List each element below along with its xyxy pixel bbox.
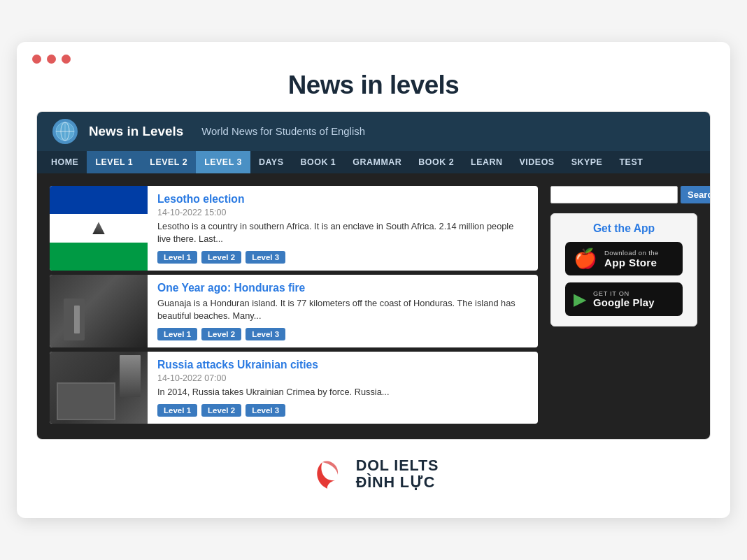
browser-window: News in Levels World News for Students o… bbox=[36, 111, 711, 440]
lesotho-level3-badge[interactable]: Level 3 bbox=[246, 251, 285, 264]
news-content-honduras: One Year ago: Honduras fire Guanaja is a… bbox=[148, 275, 538, 347]
nav-videos[interactable]: VIDEOS bbox=[511, 151, 563, 173]
nav-home[interactable]: HOME bbox=[43, 151, 87, 173]
news-date-lesotho: 14-10-2022 15:00 bbox=[157, 208, 528, 217]
dol-ielts-icon bbox=[308, 455, 346, 493]
news-sidebar: Search Get the App 🍎 Download on the App… bbox=[550, 186, 697, 426]
news-content-russia: Russia attacks Ukrainian cities 14-10-20… bbox=[148, 352, 538, 424]
honduras-level1-badge[interactable]: Level 1 bbox=[157, 328, 197, 340]
lesotho-level2-badge[interactable]: Level 2 bbox=[201, 251, 241, 264]
level-badges-russia: Level 1 Level 2 Level 3 bbox=[157, 404, 528, 417]
site-logo-icon bbox=[52, 119, 78, 144]
nav-skype[interactable]: SKYPE bbox=[563, 151, 611, 173]
app-store-button[interactable]: 🍎 Download on the App Store bbox=[565, 242, 683, 275]
app-store-small-label: Download on the bbox=[604, 249, 659, 257]
footer-logo: DOL IELTS ĐÌNH LỰC bbox=[17, 440, 730, 497]
site-body: Lesotho election 14-10-2022 15:00 Lesoth… bbox=[37, 173, 710, 439]
page-title: News in levels bbox=[17, 71, 730, 100]
get-app-title: Get the App bbox=[593, 222, 655, 235]
news-date-russia: 14-10-2022 07:00 bbox=[157, 373, 528, 383]
traffic-dot-3 bbox=[62, 55, 71, 64]
nav-grammar[interactable]: GRAMMAR bbox=[344, 151, 410, 173]
russia-level1-badge[interactable]: Level 1 bbox=[157, 404, 197, 417]
search-button[interactable]: Search bbox=[681, 186, 711, 203]
nav-book1[interactable]: BOOK 1 bbox=[292, 151, 344, 173]
nav-level3[interactable]: LEVEL 3 bbox=[196, 151, 250, 173]
google-play-small-label: GET IT ON bbox=[593, 290, 655, 297]
news-card-russia: Russia attacks Ukrainian cities 14-10-20… bbox=[50, 352, 538, 424]
news-excerpt-russia: In 2014, Russia takes Ukrainian Crimea b… bbox=[157, 386, 528, 399]
site-header: News in Levels World News for Students o… bbox=[37, 112, 710, 151]
lesotho-level1-badge[interactable]: Level 1 bbox=[157, 251, 197, 264]
outer-frame: News in levels News in Levels World News… bbox=[17, 42, 730, 518]
apple-icon: 🍎 bbox=[574, 247, 597, 270]
app-download-box: Get the App 🍎 Download on the App Store … bbox=[550, 213, 697, 326]
google-play-button[interactable]: ▶ GET IT ON Google Play bbox=[565, 282, 683, 316]
news-thumb-lesotho bbox=[50, 186, 148, 271]
app-store-text: Download on the App Store bbox=[604, 249, 659, 268]
site-tagline: World News for Students of English bbox=[201, 126, 365, 137]
news-title-lesotho[interactable]: Lesotho election bbox=[157, 193, 528, 206]
nav-test[interactable]: TEST bbox=[611, 151, 651, 173]
news-title-russia[interactable]: Russia attacks Ukrainian cities bbox=[157, 359, 528, 371]
nav-days[interactable]: DAYS bbox=[250, 151, 292, 173]
google-play-icon: ▶ bbox=[574, 289, 586, 309]
search-box: Search bbox=[550, 186, 697, 203]
honduras-level2-badge[interactable]: Level 2 bbox=[201, 328, 241, 340]
traffic-lights bbox=[17, 42, 730, 71]
traffic-dot-1 bbox=[32, 55, 41, 64]
dol-text: DOL IELTS ĐÌNH LỰC bbox=[356, 457, 439, 491]
news-excerpt-lesotho: Lesotho is a country in southern Africa.… bbox=[157, 220, 528, 245]
news-thumb-russia bbox=[50, 352, 148, 424]
brand-line2: ĐÌNH LỰC bbox=[356, 474, 439, 491]
news-title-honduras[interactable]: One Year ago: Honduras fire bbox=[157, 282, 528, 294]
news-list: Lesotho election 14-10-2022 15:00 Lesoth… bbox=[50, 186, 538, 426]
nav-level1[interactable]: LEVEL 1 bbox=[87, 151, 141, 173]
google-play-big-label: Google Play bbox=[593, 297, 655, 308]
russia-level2-badge[interactable]: Level 2 bbox=[201, 404, 241, 417]
traffic-dot-2 bbox=[47, 55, 56, 64]
news-thumb-honduras bbox=[50, 275, 148, 347]
google-play-text: GET IT ON Google Play bbox=[593, 290, 655, 308]
search-input[interactable] bbox=[550, 186, 678, 203]
site-logo-text: News in Levels bbox=[89, 124, 183, 139]
app-store-big-label: App Store bbox=[604, 257, 659, 268]
news-card-lesotho: Lesotho election 14-10-2022 15:00 Lesoth… bbox=[50, 186, 538, 271]
brand-line1: DOL IELTS bbox=[356, 457, 439, 474]
nav-level2[interactable]: LEVEL 2 bbox=[141, 151, 196, 173]
site-nav: HOME LEVEL 1 LEVEL 2 LEVEL 3 DAYS BOOK 1… bbox=[37, 151, 710, 173]
honduras-level3-badge[interactable]: Level 3 bbox=[246, 328, 285, 340]
level-badges-honduras: Level 1 Level 2 Level 3 bbox=[157, 328, 528, 340]
news-card-honduras: One Year ago: Honduras fire Guanaja is a… bbox=[50, 275, 538, 347]
level-badges-lesotho: Level 1 Level 2 Level 3 bbox=[157, 251, 528, 264]
news-content-lesotho: Lesotho election 14-10-2022 15:00 Lesoth… bbox=[148, 186, 538, 271]
nav-learn[interactable]: LEARN bbox=[462, 151, 511, 173]
news-excerpt-honduras: Guanaja is a Honduran island. It is 77 k… bbox=[157, 297, 528, 322]
nav-book2[interactable]: BOOK 2 bbox=[410, 151, 462, 173]
russia-level3-badge[interactable]: Level 3 bbox=[246, 404, 285, 417]
